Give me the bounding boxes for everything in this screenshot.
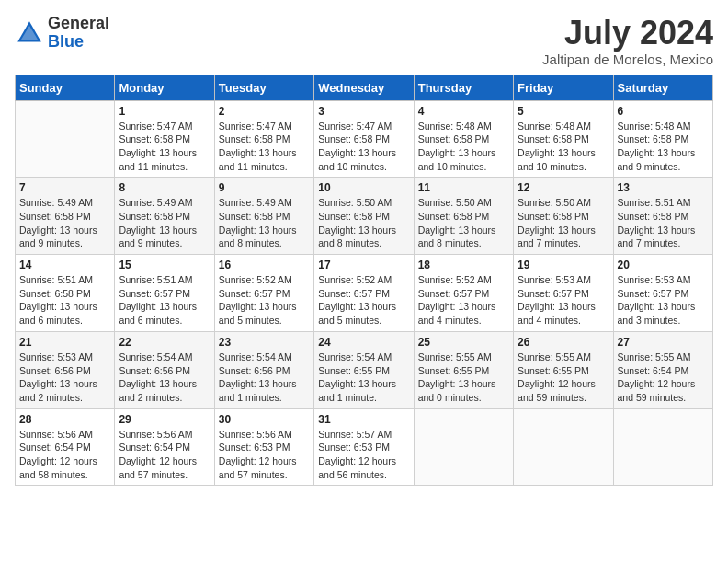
day-info: Sunrise: 5:55 AMSunset: 6:54 PMDaylight:…: [618, 350, 709, 405]
day-info: Sunrise: 5:55 AMSunset: 6:55 PMDaylight:…: [518, 350, 609, 405]
calendar-cell: 26Sunrise: 5:55 AMSunset: 6:55 PMDayligh…: [514, 331, 613, 408]
calendar-cell: 2Sunrise: 5:47 AMSunset: 6:58 PMDaylight…: [214, 100, 313, 178]
calendar-cell: [414, 408, 513, 486]
day-number: 4: [418, 105, 509, 118]
week-row-2: 7Sunrise: 5:49 AMSunset: 6:58 PMDaylight…: [16, 178, 713, 255]
day-number: 6: [618, 105, 709, 118]
calendar-cell: 15Sunrise: 5:51 AMSunset: 6:57 PMDayligh…: [115, 255, 214, 332]
day-info: Sunrise: 5:50 AMSunset: 6:58 PMDaylight:…: [318, 196, 409, 250]
calendar-cell: 29Sunrise: 5:56 AMSunset: 6:54 PMDayligh…: [115, 408, 214, 486]
day-number: 17: [318, 259, 409, 271]
day-number: 9: [219, 181, 310, 194]
calendar-cell: 20Sunrise: 5:53 AMSunset: 6:57 PMDayligh…: [613, 255, 712, 332]
day-info: Sunrise: 5:47 AMSunset: 6:58 PMDaylight:…: [318, 120, 409, 174]
day-number: 5: [518, 105, 609, 118]
day-number: 12: [518, 181, 609, 194]
day-info: Sunrise: 5:52 AMSunset: 6:57 PMDaylight:…: [219, 273, 310, 327]
col-header-sunday: Sunday: [16, 75, 115, 100]
calendar-cell: 25Sunrise: 5:55 AMSunset: 6:55 PMDayligh…: [414, 331, 513, 408]
day-info: Sunrise: 5:48 AMSunset: 6:58 PMDaylight:…: [618, 120, 709, 174]
calendar-cell: 11Sunrise: 5:50 AMSunset: 6:58 PMDayligh…: [414, 178, 513, 255]
day-number: 30: [219, 413, 310, 426]
day-info: Sunrise: 5:53 AMSunset: 6:56 PMDaylight:…: [19, 350, 110, 405]
day-info: Sunrise: 5:49 AMSunset: 6:58 PMDaylight:…: [19, 196, 110, 250]
day-info: Sunrise: 5:47 AMSunset: 6:58 PMDaylight:…: [219, 120, 310, 174]
calendar-cell: [613, 408, 712, 486]
calendar-header-row: SundayMondayTuesdayWednesdayThursdayFrid…: [16, 75, 713, 100]
calendar-cell: 7Sunrise: 5:49 AMSunset: 6:58 PMDaylight…: [16, 178, 115, 255]
calendar-cell: 23Sunrise: 5:54 AMSunset: 6:56 PMDayligh…: [214, 331, 313, 408]
calendar-cell: 24Sunrise: 5:54 AMSunset: 6:55 PMDayligh…: [314, 331, 414, 408]
day-number: 15: [119, 259, 210, 271]
day-number: 2: [219, 105, 310, 118]
day-number: 26: [518, 336, 609, 349]
day-info: Sunrise: 5:54 AMSunset: 6:56 PMDaylight:…: [119, 350, 210, 405]
day-info: Sunrise: 5:56 AMSunset: 6:54 PMDaylight:…: [19, 428, 110, 482]
calendar-cell: 8Sunrise: 5:49 AMSunset: 6:58 PMDaylight…: [115, 178, 214, 255]
day-info: Sunrise: 5:51 AMSunset: 6:58 PMDaylight:…: [618, 196, 709, 250]
calendar-cell: [514, 408, 613, 486]
calendar-cell: 13Sunrise: 5:51 AMSunset: 6:58 PMDayligh…: [613, 178, 712, 255]
day-number: 24: [318, 336, 409, 349]
logo-text: General Blue: [48, 15, 109, 52]
day-info: Sunrise: 5:48 AMSunset: 6:58 PMDaylight:…: [418, 120, 509, 174]
col-header-saturday: Saturday: [613, 75, 712, 100]
calendar-cell: 21Sunrise: 5:53 AMSunset: 6:56 PMDayligh…: [16, 331, 115, 408]
col-header-wednesday: Wednesday: [314, 75, 414, 100]
logo-icon: [15, 18, 44, 48]
location-subtitle: Jaltipan de Morelos, Mexico: [542, 52, 713, 67]
day-info: Sunrise: 5:51 AMSunset: 6:57 PMDaylight:…: [119, 273, 210, 327]
page-header: General Blue July 2024 Jaltipan de Morel…: [15, 15, 713, 67]
day-number: 28: [19, 413, 110, 426]
calendar-cell: 4Sunrise: 5:48 AMSunset: 6:58 PMDaylight…: [414, 100, 513, 178]
day-info: Sunrise: 5:51 AMSunset: 6:58 PMDaylight:…: [19, 273, 110, 327]
week-row-3: 14Sunrise: 5:51 AMSunset: 6:58 PMDayligh…: [16, 255, 713, 332]
day-number: 25: [418, 336, 509, 349]
calendar-cell: 19Sunrise: 5:53 AMSunset: 6:57 PMDayligh…: [514, 255, 613, 332]
month-title: July 2024: [542, 15, 713, 52]
day-number: 20: [618, 259, 709, 271]
day-number: 16: [219, 259, 310, 271]
calendar-cell: 18Sunrise: 5:52 AMSunset: 6:57 PMDayligh…: [414, 255, 513, 332]
day-info: Sunrise: 5:55 AMSunset: 6:55 PMDaylight:…: [418, 350, 509, 405]
col-header-friday: Friday: [514, 75, 613, 100]
day-info: Sunrise: 5:56 AMSunset: 6:54 PMDaylight:…: [119, 428, 210, 482]
title-block: July 2024 Jaltipan de Morelos, Mexico: [542, 15, 713, 67]
day-info: Sunrise: 5:56 AMSunset: 6:53 PMDaylight:…: [219, 428, 310, 482]
day-number: 23: [219, 336, 310, 349]
day-number: 11: [418, 181, 509, 194]
day-number: 7: [19, 181, 110, 194]
col-header-tuesday: Tuesday: [214, 75, 313, 100]
day-info: Sunrise: 5:53 AMSunset: 6:57 PMDaylight:…: [618, 273, 709, 327]
calendar-cell: 16Sunrise: 5:52 AMSunset: 6:57 PMDayligh…: [214, 255, 313, 332]
calendar-table: SundayMondayTuesdayWednesdayThursdayFrid…: [15, 75, 713, 487]
calendar-cell: 28Sunrise: 5:56 AMSunset: 6:54 PMDayligh…: [16, 408, 115, 486]
calendar-cell: 1Sunrise: 5:47 AMSunset: 6:58 PMDaylight…: [115, 100, 214, 178]
calendar-cell: 10Sunrise: 5:50 AMSunset: 6:58 PMDayligh…: [314, 178, 414, 255]
calendar-cell: 3Sunrise: 5:47 AMSunset: 6:58 PMDaylight…: [314, 100, 414, 178]
calendar-cell: 9Sunrise: 5:49 AMSunset: 6:58 PMDaylight…: [214, 178, 313, 255]
day-number: 19: [518, 259, 609, 271]
calendar-cell: 27Sunrise: 5:55 AMSunset: 6:54 PMDayligh…: [613, 331, 712, 408]
day-info: Sunrise: 5:53 AMSunset: 6:57 PMDaylight:…: [518, 273, 609, 327]
day-number: 14: [19, 259, 110, 271]
day-info: Sunrise: 5:48 AMSunset: 6:58 PMDaylight:…: [518, 120, 609, 174]
day-info: Sunrise: 5:49 AMSunset: 6:58 PMDaylight:…: [119, 196, 210, 250]
day-number: 1: [119, 105, 210, 118]
calendar-cell: [16, 100, 115, 178]
calendar-cell: 17Sunrise: 5:52 AMSunset: 6:57 PMDayligh…: [314, 255, 414, 332]
day-info: Sunrise: 5:52 AMSunset: 6:57 PMDaylight:…: [418, 273, 509, 327]
calendar-cell: 14Sunrise: 5:51 AMSunset: 6:58 PMDayligh…: [16, 255, 115, 332]
day-info: Sunrise: 5:57 AMSunset: 6:53 PMDaylight:…: [318, 428, 409, 482]
week-row-4: 21Sunrise: 5:53 AMSunset: 6:56 PMDayligh…: [16, 331, 713, 408]
logo-blue: Blue: [48, 32, 84, 51]
day-number: 3: [318, 105, 409, 118]
day-info: Sunrise: 5:54 AMSunset: 6:55 PMDaylight:…: [318, 350, 409, 405]
day-number: 21: [19, 336, 110, 349]
logo: General Blue: [15, 15, 109, 52]
calendar-cell: 30Sunrise: 5:56 AMSunset: 6:53 PMDayligh…: [214, 408, 313, 486]
day-info: Sunrise: 5:54 AMSunset: 6:56 PMDaylight:…: [219, 350, 310, 405]
calendar-cell: 31Sunrise: 5:57 AMSunset: 6:53 PMDayligh…: [314, 408, 414, 486]
day-number: 13: [618, 181, 709, 194]
day-number: 18: [418, 259, 509, 271]
